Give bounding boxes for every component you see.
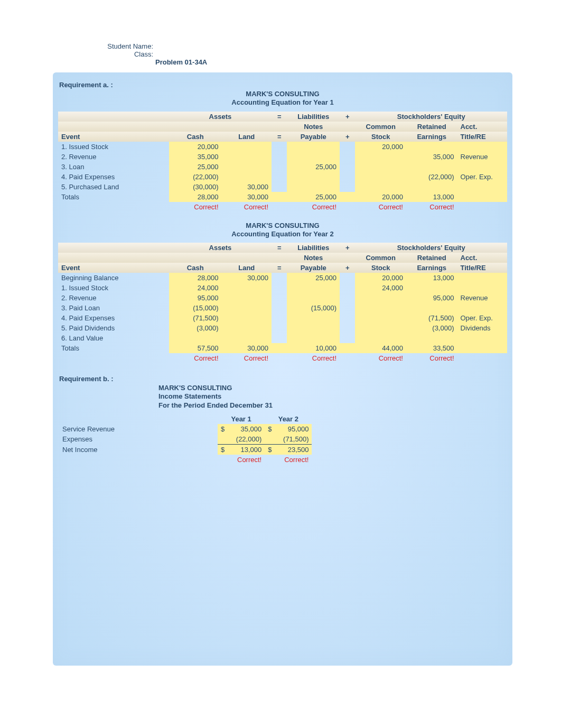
correct-label: Correct! xyxy=(406,353,457,363)
table-row: 3. Loan 25,000 25,000 xyxy=(58,162,507,172)
company-name: MARK'S CONSULTING xyxy=(58,222,507,230)
sub-header-row-1: Notes Common Retained Acct. xyxy=(58,122,507,132)
equals-sign-2: = xyxy=(272,132,287,142)
company-name: MARK'S CONSULTING xyxy=(58,90,507,98)
correct-label: Correct! xyxy=(355,353,406,363)
retained-header: Retained xyxy=(406,122,457,132)
sub-header-row-1: Notes Common Retained Acct. xyxy=(58,253,507,263)
plus-sign: + xyxy=(340,112,355,122)
report-title-year2: MARK'S CONSULTING Accounting Equation fo… xyxy=(58,222,507,239)
correct-label: Correct! xyxy=(406,202,457,212)
cash-header: Cash xyxy=(169,132,222,142)
group-header-row: Assets = Liabilities + Stockholders' Equ… xyxy=(58,243,507,253)
dollar-sign: $ xyxy=(218,424,228,434)
class-label: Class: xyxy=(106,50,155,58)
page: Student Name: Class: Problem 01-34A Requ… xyxy=(0,0,561,666)
correct-label: Correct! xyxy=(218,455,265,465)
correct-row-year2: Correct! Correct! Correct! Correct! Corr… xyxy=(58,353,507,363)
correct-label: Correct! xyxy=(169,202,222,212)
service-revenue-row: Service Revenue $ 35,000 $ 95,000 xyxy=(59,424,312,434)
table-row: 2. Revenue 95,000 95,000 Revenue xyxy=(58,293,507,303)
table-row: Beginning Balance 28,000 30,000 25,000 2… xyxy=(58,273,507,283)
correct-label: Correct! xyxy=(287,202,340,212)
header-block: Student Name: Class: Problem 01-34A xyxy=(0,42,561,66)
table-row: 2. Revenue 35,000 35,000 Revenue xyxy=(58,152,507,162)
notes-header: Notes xyxy=(287,122,340,132)
dollar-sign: $ xyxy=(218,444,228,455)
year1-header: Year 1 xyxy=(218,414,265,424)
acct-header: Acct. xyxy=(457,122,508,132)
dollar-sign: $ xyxy=(265,424,275,434)
requirement-a-label: Requirement a. : xyxy=(59,81,507,89)
table-row: 5. Paid Dividends (3,000) (3,000) Divide… xyxy=(58,323,507,333)
income-statements-title: Income Statements xyxy=(158,392,507,401)
table-row: 3. Paid Loan (15,000) (15,000) xyxy=(58,303,507,313)
worksheet: Requirement a. : MARK'S CONSULTING Accou… xyxy=(53,72,512,666)
correct-label: Correct! xyxy=(169,353,222,363)
equation-table-year2: Assets = Liabilities + Stockholders' Equ… xyxy=(58,243,507,363)
totals-row-year1: Totals 28,000 30,000 25,000 20,000 13,00… xyxy=(58,192,507,202)
correct-label: Correct! xyxy=(355,202,406,212)
equation-table-year1: Assets = Liabilities + Stockholders' Equ… xyxy=(58,112,507,212)
income-correct-row: Correct! Correct! xyxy=(59,455,312,465)
correct-label: Correct! xyxy=(222,353,272,363)
common-header: Common xyxy=(355,122,406,132)
income-statement-title-block: MARK'S CONSULTING Income Statements For … xyxy=(158,384,507,410)
group-header-row: Assets = Liabilities + Stockholders' Equ… xyxy=(58,112,507,122)
payable-header: Payable xyxy=(287,132,340,142)
sub-header-row-2: Event Cash Land = Payable + Stock Earnin… xyxy=(58,132,507,142)
titlere-header: Title/RE xyxy=(457,132,508,142)
stockholders-equity-header: Stockholders' Equity xyxy=(355,112,507,122)
correct-label: Correct! xyxy=(265,455,312,465)
sub-header-row-2: Event Cash Land = Payable + Stock Earnin… xyxy=(58,263,507,273)
table-row: 1. Issued Stock 24,000 24,000 xyxy=(58,283,507,293)
dollar-sign: $ xyxy=(265,444,275,455)
net-income-row: Net Income $ 13,000 $ 23,500 xyxy=(59,444,312,455)
requirement-b-label: Requirement b. : xyxy=(59,375,507,383)
table-row: 4. Paid Expenses (22,000) (22,000) Oper.… xyxy=(58,172,507,182)
correct-label: Correct! xyxy=(222,202,272,212)
income-header-row: Year 1 Year 2 xyxy=(59,414,312,424)
correct-row-year1: Correct! Correct! Correct! Correct! Corr… xyxy=(58,202,507,212)
table-row: 6. Land Value xyxy=(58,333,507,343)
report-subtitle-year1: Accounting Equation for Year 1 xyxy=(58,98,507,107)
report-subtitle-year2: Accounting Equation for Year 2 xyxy=(58,230,507,238)
student-name-label: Student Name: xyxy=(106,42,155,50)
expenses-row: Expenses (22,000) (71,500) xyxy=(59,434,312,445)
problem-title: Problem 01-34A xyxy=(155,58,561,66)
earnings-header: Earnings xyxy=(406,132,457,142)
income-statement-table: Year 1 Year 2 Service Revenue $ 35,000 $… xyxy=(59,414,312,465)
report-title-year1: MARK'S CONSULTING Accounting Equation fo… xyxy=(58,90,507,107)
land-header: Land xyxy=(222,132,272,142)
event-header: Event xyxy=(58,132,169,142)
liabilities-header: Liabilities xyxy=(287,112,340,122)
correct-label: Correct! xyxy=(287,353,340,363)
totals-row-year2: Totals 57,500 30,000 10,000 44,000 33,50… xyxy=(58,343,507,353)
table-row: 1. Issued Stock 20,000 20,000 xyxy=(58,142,507,152)
year2-header: Year 2 xyxy=(265,414,312,424)
plus-sign-2: + xyxy=(340,132,355,142)
table-row: 5. Purchased Land (30,000) 30,000 xyxy=(58,182,507,192)
company-name: MARK'S CONSULTING xyxy=(158,384,507,392)
equals-sign: = xyxy=(272,112,287,122)
stock-header: Stock xyxy=(355,132,406,142)
table-row: 4. Paid Expenses (71,500) (71,500) Oper.… xyxy=(58,313,507,323)
assets-header: Assets xyxy=(169,112,272,122)
period-subtitle: For the Period Ended December 31 xyxy=(158,401,507,410)
